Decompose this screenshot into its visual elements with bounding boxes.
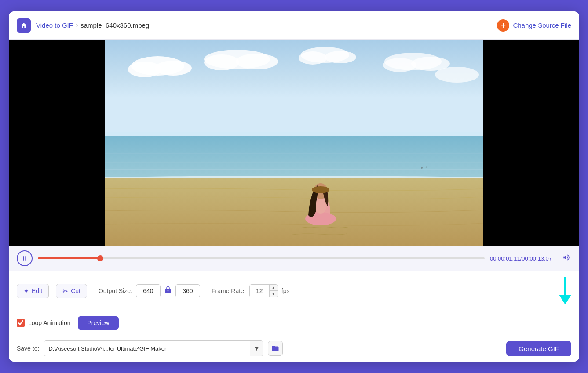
svg-point-26 [312, 186, 329, 193]
svg-point-19 [383, 58, 416, 72]
app-name-link[interactable]: Video to GIF [36, 22, 73, 29]
folder-button[interactable] [268, 341, 283, 356]
loop-row: Loop Animation Preview [9, 311, 579, 335]
svg-point-13 [204, 54, 239, 70]
svg-point-28 [425, 167, 427, 168]
fps-input[interactable] [250, 285, 269, 297]
save-path-input[interactable] [44, 341, 249, 356]
header: Video to GIF › sample_640x360.mpeg + Cha… [9, 11, 579, 40]
svg-point-9 [131, 56, 184, 76]
cut-button[interactable]: ✂ Cut [56, 284, 87, 298]
fps-up-arrow[interactable]: ▲ [270, 285, 278, 291]
edit-button[interactable]: ✦ Edit [17, 284, 49, 298]
arrow-indicator [559, 277, 571, 304]
fps-input-wrap: ▲ ▼ [249, 284, 278, 297]
change-source-label: Change Source File [513, 22, 571, 29]
svg-point-11 [155, 61, 192, 76]
width-input[interactable] [136, 284, 161, 297]
output-size-label: Output Size: [99, 287, 132, 294]
current-time: 00:00:01.11 [490, 255, 520, 262]
video-frame [105, 40, 483, 246]
svg-rect-8 [105, 178, 483, 246]
fps-unit: fps [281, 287, 290, 294]
svg-point-22 [311, 197, 330, 225]
svg-point-25 [314, 183, 328, 199]
change-source-button[interactable]: + Change Source File [497, 19, 571, 32]
generate-gif-button[interactable]: Generate GIF [506, 341, 571, 356]
loop-animation-group: Loop Animation [17, 319, 71, 327]
svg-point-21 [435, 67, 479, 83]
svg-point-10 [128, 62, 161, 77]
save-row: Save to: ▼ Generate GIF [9, 335, 579, 362]
pause-button[interactable] [17, 250, 33, 266]
cut-icon: ✂ [62, 287, 68, 295]
svg-rect-24 [315, 197, 326, 214]
filename-label: sample_640x360.mpeg [80, 22, 149, 29]
svg-point-18 [384, 53, 442, 70]
fps-down-arrow[interactable]: ▼ [270, 291, 278, 297]
svg-rect-1 [105, 132, 483, 141]
progress-fill [38, 257, 100, 259]
height-input[interactable] [175, 284, 200, 297]
edit-label: Edit [32, 287, 42, 294]
save-path-dropdown[interactable]: ▼ [250, 341, 263, 356]
save-path-wrap: ▼ [44, 340, 263, 356]
loop-checkbox[interactable] [17, 319, 25, 327]
breadcrumb-sep: › [76, 22, 78, 29]
controls-row: ✦ Edit ✂ Cut Output Size: Frame Rate: ▲ [9, 271, 579, 311]
arrow-head [559, 295, 571, 304]
output-size-group: Output Size: [99, 284, 200, 297]
svg-point-27 [421, 167, 423, 169]
home-icon[interactable] [17, 18, 31, 33]
svg-point-16 [299, 51, 327, 65]
time-display: 00:00:01.11/00:00:13.07 [490, 255, 552, 262]
progress-track[interactable] [38, 257, 485, 259]
svg-point-14 [236, 54, 278, 69]
plus-icon: + [497, 19, 509, 32]
lock-icon[interactable] [164, 286, 172, 296]
svg-rect-2 [105, 136, 483, 180]
playback-bar: 00:00:01.11/00:00:13.07 [9, 246, 579, 271]
svg-point-23 [305, 212, 336, 225]
svg-point-17 [325, 51, 356, 63]
preview-button[interactable]: Preview [78, 316, 119, 330]
progress-thumb [97, 255, 103, 261]
frame-rate-group: Frame Rate: ▲ ▼ fps [212, 284, 290, 297]
fps-arrows: ▲ ▼ [269, 285, 278, 297]
svg-point-15 [301, 47, 349, 63]
loop-label: Loop Animation [28, 319, 71, 326]
breadcrumb: Video to GIF › sample_640x360.mpeg [17, 18, 149, 33]
edit-icon: ✦ [23, 287, 29, 295]
frame-rate-label: Frame Rate: [212, 287, 246, 294]
app-container: Video to GIF › sample_640x360.mpeg + Cha… [9, 11, 579, 362]
arrow-shaft [564, 277, 566, 295]
volume-icon[interactable] [562, 253, 571, 264]
svg-point-20 [411, 57, 450, 71]
cut-label: Cut [71, 287, 80, 294]
svg-rect-0 [105, 40, 483, 136]
svg-point-7 [105, 176, 483, 183]
video-area [9, 40, 579, 246]
save-to-label: Save to: [17, 345, 39, 352]
total-time: 00:00:13.07 [522, 255, 552, 262]
svg-point-12 [204, 50, 270, 69]
